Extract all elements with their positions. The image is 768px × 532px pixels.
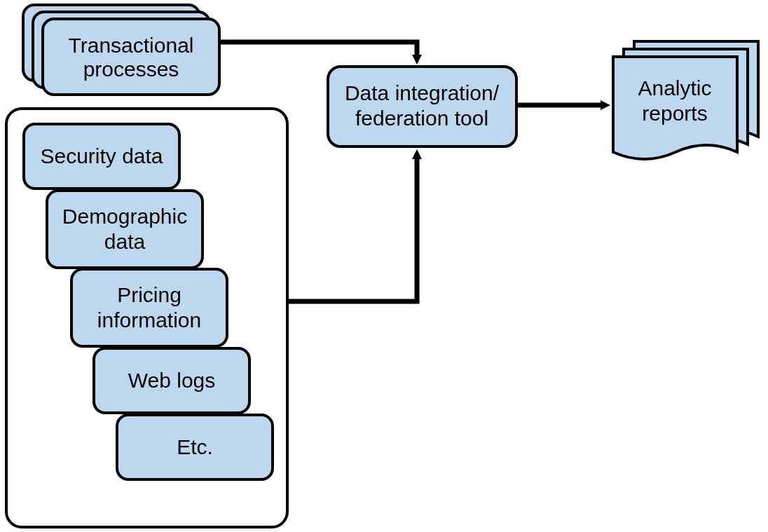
demographic-data-label-2: data (104, 230, 146, 253)
diagram-canvas: Transactional processes Security data De… (0, 0, 768, 532)
pricing-information-label-2: information (97, 308, 201, 332)
data-integration-label-1: Data integration/ (345, 81, 500, 104)
etc-label: Etc. (177, 435, 213, 458)
security-data-label: Security data (40, 144, 163, 168)
data-sources-container: Security data Demographic data Pricing i… (6, 109, 287, 527)
web-logs-label: Web logs (128, 369, 216, 392)
arrow-sources-to-integration (287, 158, 417, 301)
transactional-processes-node: Transactional processes (23, 5, 219, 95)
pricing-information-label-1: Pricing (117, 283, 181, 306)
analytic-reports-node: Analytic reports (613, 41, 758, 159)
data-integration-label-2: federation tool (355, 107, 488, 130)
analytic-reports-label-2: reports (642, 102, 707, 125)
data-integration-node: Data integration/ federation tool (328, 67, 516, 146)
arrow-transactional-to-integration (219, 42, 417, 56)
analytic-reports-label-1: Analytic (638, 76, 711, 100)
transactional-processes-label-2: processes (83, 57, 179, 81)
transactional-processes-label-1: Transactional (69, 34, 194, 57)
demographic-data-label-1: Demographic (62, 205, 187, 228)
